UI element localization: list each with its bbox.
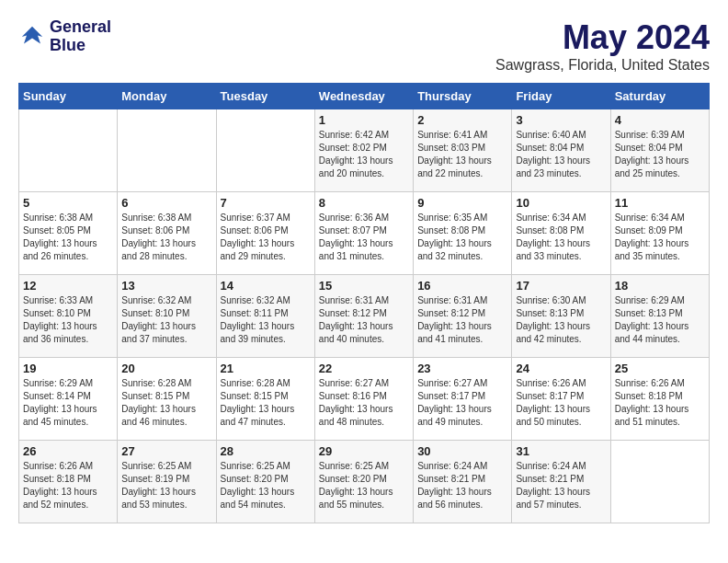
week-row-3: 12Sunrise: 6:33 AM Sunset: 8:10 PM Dayli…: [19, 275, 710, 358]
day-number: 3: [516, 113, 606, 127]
cell-info: Sunrise: 6:38 AM Sunset: 8:06 PM Dayligh…: [121, 212, 211, 263]
calendar-cell: 19Sunrise: 6:29 AM Sunset: 8:14 PM Dayli…: [19, 358, 118, 441]
calendar-cell: 25Sunrise: 6:26 AM Sunset: 8:18 PM Dayli…: [610, 358, 709, 441]
day-number: 22: [319, 362, 409, 375]
day-header-friday: Friday: [512, 84, 610, 109]
day-number: 15: [319, 279, 409, 293]
day-number: 10: [516, 196, 606, 210]
calendar-cell: 8Sunrise: 6:36 AM Sunset: 8:07 PM Daylig…: [314, 192, 413, 275]
cell-info: Sunrise: 6:26 AM Sunset: 8:17 PM Dayligh…: [516, 377, 606, 429]
day-number: 27: [121, 444, 211, 458]
day-number: 30: [417, 444, 507, 458]
week-row-5: 26Sunrise: 6:26 AM Sunset: 8:18 PM Dayli…: [19, 441, 710, 523]
cell-info: Sunrise: 6:26 AM Sunset: 8:18 PM Dayligh…: [23, 460, 113, 511]
calendar-cell: [610, 441, 709, 523]
day-number: 31: [516, 444, 606, 458]
week-row-4: 19Sunrise: 6:29 AM Sunset: 8:14 PM Dayli…: [19, 358, 710, 441]
cell-info: Sunrise: 6:35 AM Sunset: 8:08 PM Dayligh…: [417, 212, 507, 263]
calendar-table: SundayMondayTuesdayWednesdayThursdayFrid…: [18, 83, 710, 523]
calendar-cell: 17Sunrise: 6:30 AM Sunset: 8:13 PM Dayli…: [512, 275, 610, 358]
day-header-sunday: Sunday: [19, 84, 118, 109]
day-number: 13: [121, 279, 211, 293]
cell-info: Sunrise: 6:25 AM Sunset: 8:20 PM Dayligh…: [221, 460, 311, 511]
cell-info: Sunrise: 6:34 AM Sunset: 8:08 PM Dayligh…: [516, 212, 606, 263]
calendar-cell: 27Sunrise: 6:25 AM Sunset: 8:19 PM Dayli…: [118, 441, 216, 523]
day-number: 16: [417, 279, 507, 293]
week-row-2: 5Sunrise: 6:38 AM Sunset: 8:05 PM Daylig…: [19, 192, 710, 275]
day-number: 28: [221, 444, 311, 458]
day-header-tuesday: Tuesday: [216, 84, 314, 109]
day-number: 20: [121, 362, 211, 375]
day-number: 7: [221, 196, 311, 210]
day-number: 21: [221, 362, 311, 375]
calendar-cell: 6Sunrise: 6:38 AM Sunset: 8:06 PM Daylig…: [118, 192, 216, 275]
calendar-cell: 5Sunrise: 6:38 AM Sunset: 8:05 PM Daylig…: [19, 192, 118, 275]
cell-info: Sunrise: 6:29 AM Sunset: 8:14 PM Dayligh…: [23, 377, 113, 429]
calendar-cell: 3Sunrise: 6:40 AM Sunset: 8:04 PM Daylig…: [512, 109, 610, 192]
cell-info: Sunrise: 6:28 AM Sunset: 8:15 PM Dayligh…: [221, 377, 311, 429]
day-number: 19: [23, 362, 113, 375]
day-number: 4: [615, 113, 705, 127]
calendar-cell: [19, 109, 118, 192]
day-number: 23: [417, 362, 507, 375]
calendar-cell: 14Sunrise: 6:32 AM Sunset: 8:11 PM Dayli…: [216, 275, 314, 358]
day-number: 17: [516, 279, 606, 293]
calendar-cell: [118, 109, 216, 192]
calendar-cell: 22Sunrise: 6:27 AM Sunset: 8:16 PM Dayli…: [314, 358, 413, 441]
location: Sawgrass, Florida, United States: [495, 57, 710, 74]
cell-info: Sunrise: 6:33 AM Sunset: 8:10 PM Dayligh…: [23, 294, 113, 346]
cell-info: Sunrise: 6:40 AM Sunset: 8:04 PM Dayligh…: [516, 129, 606, 180]
cell-info: Sunrise: 6:24 AM Sunset: 8:21 PM Dayligh…: [516, 460, 606, 511]
cell-info: Sunrise: 6:25 AM Sunset: 8:20 PM Dayligh…: [319, 460, 409, 511]
calendar-cell: 2Sunrise: 6:41 AM Sunset: 8:03 PM Daylig…: [414, 109, 512, 192]
day-number: 6: [121, 196, 211, 210]
calendar-cell: 13Sunrise: 6:32 AM Sunset: 8:10 PM Dayli…: [118, 275, 216, 358]
calendar-cell: 12Sunrise: 6:33 AM Sunset: 8:10 PM Dayli…: [19, 275, 118, 358]
day-header-monday: Monday: [118, 84, 216, 109]
calendar-cell: 28Sunrise: 6:25 AM Sunset: 8:20 PM Dayli…: [216, 441, 314, 523]
calendar-cell: 31Sunrise: 6:24 AM Sunset: 8:21 PM Dayli…: [512, 441, 610, 523]
cell-info: Sunrise: 6:38 AM Sunset: 8:05 PM Dayligh…: [23, 212, 113, 263]
calendar-cell: 4Sunrise: 6:39 AM Sunset: 8:04 PM Daylig…: [610, 109, 709, 192]
calendar-cell: 7Sunrise: 6:37 AM Sunset: 8:06 PM Daylig…: [216, 192, 314, 275]
calendar-cell: 11Sunrise: 6:34 AM Sunset: 8:09 PM Dayli…: [610, 192, 709, 275]
calendar-cell: 10Sunrise: 6:34 AM Sunset: 8:08 PM Dayli…: [512, 192, 610, 275]
cell-info: Sunrise: 6:26 AM Sunset: 8:18 PM Dayligh…: [615, 377, 705, 429]
logo: General Blue: [18, 18, 111, 55]
cell-info: Sunrise: 6:32 AM Sunset: 8:10 PM Dayligh…: [121, 294, 211, 346]
calendar-cell: 18Sunrise: 6:29 AM Sunset: 8:13 PM Dayli…: [610, 275, 709, 358]
day-number: 12: [23, 279, 113, 293]
cell-info: Sunrise: 6:41 AM Sunset: 8:03 PM Dayligh…: [417, 129, 507, 180]
calendar-header: SundayMondayTuesdayWednesdayThursdayFrid…: [19, 84, 710, 109]
svg-marker-0: [22, 27, 43, 44]
calendar-cell: 1Sunrise: 6:42 AM Sunset: 8:02 PM Daylig…: [314, 109, 413, 192]
day-number: 25: [615, 362, 705, 375]
cell-info: Sunrise: 6:34 AM Sunset: 8:09 PM Dayligh…: [615, 212, 705, 263]
page-header: General Blue May 2024 Sawgrass, Florida,…: [18, 18, 710, 74]
day-number: 26: [23, 444, 113, 458]
week-row-1: 1Sunrise: 6:42 AM Sunset: 8:02 PM Daylig…: [19, 109, 710, 192]
calendar-cell: 21Sunrise: 6:28 AM Sunset: 8:15 PM Dayli…: [216, 358, 314, 441]
cell-info: Sunrise: 6:32 AM Sunset: 8:11 PM Dayligh…: [221, 294, 311, 346]
cell-info: Sunrise: 6:42 AM Sunset: 8:02 PM Dayligh…: [319, 129, 409, 180]
cell-info: Sunrise: 6:24 AM Sunset: 8:21 PM Dayligh…: [417, 460, 507, 511]
cell-info: Sunrise: 6:27 AM Sunset: 8:16 PM Dayligh…: [319, 377, 409, 429]
calendar-cell: 20Sunrise: 6:28 AM Sunset: 8:15 PM Dayli…: [118, 358, 216, 441]
cell-info: Sunrise: 6:39 AM Sunset: 8:04 PM Dayligh…: [615, 129, 705, 180]
cell-info: Sunrise: 6:36 AM Sunset: 8:07 PM Dayligh…: [319, 212, 409, 263]
day-number: 14: [221, 279, 311, 293]
calendar-cell: [216, 109, 314, 192]
day-number: 9: [417, 196, 507, 210]
logo-text: General Blue: [50, 18, 111, 55]
cell-info: Sunrise: 6:25 AM Sunset: 8:19 PM Dayligh…: [121, 460, 211, 511]
day-number: 5: [23, 196, 113, 210]
logo-icon: [18, 23, 46, 51]
day-number: 29: [319, 444, 409, 458]
day-number: 8: [319, 196, 409, 210]
title-block: May 2024 Sawgrass, Florida, United State…: [495, 18, 710, 74]
cell-info: Sunrise: 6:27 AM Sunset: 8:17 PM Dayligh…: [417, 377, 507, 429]
day-header-saturday: Saturday: [610, 84, 709, 109]
calendar-cell: 30Sunrise: 6:24 AM Sunset: 8:21 PM Dayli…: [414, 441, 512, 523]
cell-info: Sunrise: 6:31 AM Sunset: 8:12 PM Dayligh…: [417, 294, 507, 346]
day-number: 1: [319, 113, 409, 127]
